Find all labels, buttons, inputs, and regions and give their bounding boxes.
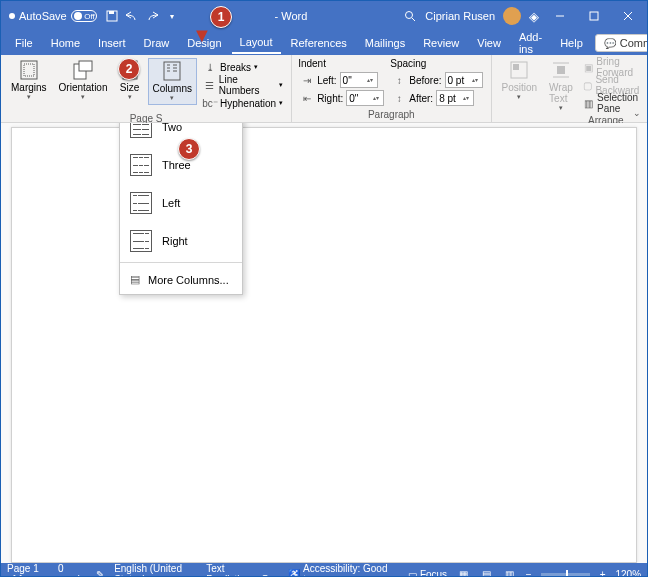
- indent-left-input[interactable]: 0"▴▾: [340, 72, 378, 88]
- svg-rect-5: [590, 12, 598, 20]
- svg-rect-1: [109, 11, 114, 14]
- group-page-setup: Margins ▾ Orientation ▾ Size ▾ Columns ▾…: [1, 55, 292, 122]
- group-paragraph: Indent ⇥ Left: 0"▴▾ ⇤ Right: 0"▴▾ Spacin…: [292, 55, 491, 122]
- two-column-icon: [130, 123, 152, 138]
- app-dot-icon: [9, 13, 15, 19]
- text-predictions-status[interactable]: Text Predictions: On: [206, 563, 278, 577]
- status-bar: Page 1 of 1 0 words ✎ English (United St…: [1, 563, 647, 577]
- word-count[interactable]: 0 words: [58, 563, 86, 577]
- selection-pane-icon: ▥: [583, 96, 594, 110]
- spacing-after-row: ↕ After: 8 pt▴▾: [390, 89, 484, 107]
- focus-mode-button[interactable]: ▭Focus: [408, 569, 447, 578]
- redo-icon[interactable]: [145, 9, 159, 23]
- columns-right[interactable]: Right: [120, 222, 242, 260]
- read-mode-view-icon[interactable]: ▤: [480, 567, 493, 577]
- spellcheck-icon[interactable]: ✎: [96, 569, 104, 578]
- more-columns-icon: ▤: [130, 273, 140, 286]
- tab-help[interactable]: Help: [552, 33, 591, 53]
- marker-2: 2: [118, 58, 140, 80]
- document-area[interactable]: One Two Three Left Right ▤ More Columns.…: [1, 123, 647, 563]
- bring-forward-icon: ▣: [583, 60, 594, 74]
- hyphenation-icon: bc⁻: [203, 96, 217, 110]
- svg-rect-11: [79, 61, 92, 71]
- zoom-level[interactable]: 120%: [615, 569, 641, 578]
- tab-file[interactable]: File: [7, 33, 41, 53]
- web-layout-view-icon[interactable]: ▥: [503, 567, 516, 577]
- search-icon[interactable]: [403, 9, 417, 23]
- breaks-icon: ⤓: [203, 60, 217, 74]
- margins-button[interactable]: Margins ▾: [7, 58, 51, 103]
- spacing-before-input[interactable]: 0 pt▴▾: [445, 72, 483, 88]
- orientation-button[interactable]: Orientation ▾: [55, 58, 112, 103]
- undo-icon[interactable]: [125, 9, 139, 23]
- more-columns-button[interactable]: ▤ More Columns...: [120, 265, 242, 294]
- spacing-after-icon: ↕: [392, 91, 406, 105]
- zoom-in-button[interactable]: +: [600, 569, 606, 578]
- qat-dropdown-icon[interactable]: ▾: [165, 9, 179, 23]
- line-numbers-icon: ☰: [203, 78, 216, 92]
- tab-draw[interactable]: Draw: [136, 33, 178, 53]
- line-numbers-button[interactable]: ☰Line Numbers ▾: [201, 76, 285, 94]
- indent-left-row: ⇥ Left: 0"▴▾: [298, 71, 386, 89]
- ribbon-tabs: File Home Insert Draw Design Layout Refe…: [1, 31, 647, 55]
- spacing-before-row: ↕ Before: 0 pt▴▾: [390, 71, 484, 89]
- autosave-label: AutoSave: [19, 10, 67, 22]
- minimize-button[interactable]: [547, 6, 573, 26]
- ribbon: Margins ▾ Orientation ▾ Size ▾ Columns ▾…: [1, 55, 647, 123]
- language-status[interactable]: English (United States): [114, 563, 196, 577]
- document-page[interactable]: [11, 127, 637, 563]
- tab-view[interactable]: View: [469, 33, 509, 53]
- indent-right-input[interactable]: 0"▴▾: [346, 90, 384, 106]
- indent-right-icon: ⇤: [300, 91, 314, 105]
- accessibility-status[interactable]: ♿Accessibility: Good to go: [288, 563, 388, 577]
- svg-rect-13: [164, 62, 180, 80]
- diamond-icon[interactable]: ◈: [529, 9, 539, 24]
- print-layout-view-icon[interactable]: ▦: [457, 567, 470, 577]
- autosave-toggle[interactable]: AutoSave Off: [19, 10, 97, 22]
- three-column-icon: [130, 154, 152, 176]
- tab-layout[interactable]: Layout: [232, 32, 281, 54]
- user-avatar[interactable]: [503, 7, 521, 25]
- indent-right-row: ⇤ Right: 0"▴▾: [298, 89, 386, 107]
- svg-rect-22: [557, 66, 565, 74]
- position-button: Position ▾: [498, 58, 542, 103]
- wrap-text-button: Wrap Text ▾: [545, 58, 577, 114]
- collapse-ribbon-icon[interactable]: ⌄: [633, 108, 641, 118]
- spacing-before-icon: ↕: [392, 73, 406, 87]
- zoom-out-button[interactable]: −: [526, 569, 532, 578]
- zoom-slider[interactable]: [541, 573, 589, 576]
- columns-left[interactable]: Left: [120, 184, 242, 222]
- tab-home[interactable]: Home: [43, 33, 88, 53]
- svg-rect-21: [513, 64, 519, 70]
- comments-button[interactable]: 💬Comments: [595, 34, 648, 52]
- indent-left-icon: ⇥: [300, 73, 314, 87]
- paragraph-title: Paragraph: [298, 109, 484, 120]
- tab-mailings[interactable]: Mailings: [357, 33, 413, 53]
- columns-icon: [162, 61, 182, 81]
- group-arrange: Position ▾ Wrap Text ▾ ▣Bring Forward ▾ …: [492, 55, 649, 122]
- tab-insert[interactable]: Insert: [90, 33, 134, 53]
- user-name[interactable]: Ciprian Rusen: [425, 10, 495, 22]
- page-count[interactable]: Page 1 of 1: [7, 563, 48, 577]
- position-icon: [509, 60, 529, 80]
- hyphenation-button[interactable]: bc⁻Hyphenation ▾: [201, 94, 285, 112]
- tab-references[interactable]: References: [283, 33, 355, 53]
- marker-3: 3: [178, 138, 200, 160]
- toggle-off-icon: Off: [71, 10, 97, 22]
- arrow-1: ▼: [192, 24, 212, 47]
- wrap-text-icon: [551, 60, 571, 80]
- close-button[interactable]: [615, 6, 641, 26]
- tab-review[interactable]: Review: [415, 33, 467, 53]
- orientation-icon: [73, 60, 93, 80]
- spacing-after-input[interactable]: 8 pt▴▾: [436, 90, 474, 106]
- columns-button[interactable]: Columns ▾: [148, 58, 197, 105]
- dropdown-separator: [120, 262, 242, 263]
- left-column-icon: [130, 192, 152, 214]
- send-backward-icon: ▢: [583, 78, 593, 92]
- right-column-icon: [130, 230, 152, 252]
- quick-access-toolbar: ▾: [105, 9, 179, 23]
- maximize-button[interactable]: [581, 6, 607, 26]
- svg-rect-9: [24, 64, 34, 76]
- save-icon[interactable]: [105, 9, 119, 23]
- marker-1: 1: [210, 6, 232, 28]
